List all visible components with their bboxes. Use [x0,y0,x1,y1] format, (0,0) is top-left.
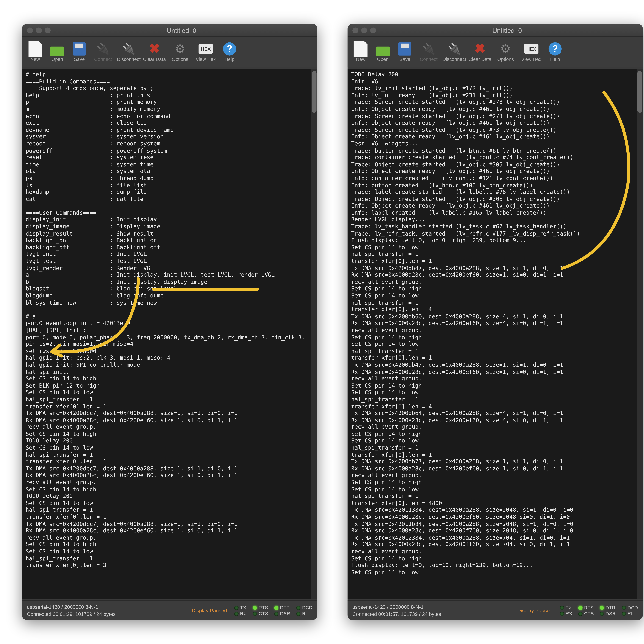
signal-leds: TX RTS DTR DCD RX CTS DSR RI [560,605,638,616]
disk-icon [398,42,411,55]
window-title: Untitled_0 [51,27,312,34]
new-button[interactable]: New [24,38,46,66]
terminal-output[interactable]: TODO Delay 200 Init LVGL... Trace: lv_in… [348,69,637,599]
connection-info: Connected 00:01:29, 101739 / 24 bytes [27,611,192,618]
zoom-icon[interactable] [370,27,376,33]
port-info: usbserial-1420 / 2000000 8-N-1 [27,603,192,611]
help-button[interactable]: Help [219,38,240,66]
clear-data-button[interactable]: Clear Data [142,38,167,66]
file-icon [354,41,368,57]
minimize-icon[interactable] [361,27,367,33]
status-text: usbserial-1420 / 2000000 8-N-1 Connected… [27,603,192,618]
plug-icon [97,42,110,55]
rts-led: RTS [253,605,268,610]
serial-terminal-window-2: Untitled_0 New Open Save Connect Disconn… [348,24,643,620]
tx-led: TX [234,605,247,610]
open-button[interactable]: Open [372,38,394,66]
toolbar: New Open Save Connect Disconnect Clear D… [22,37,317,67]
titlebar[interactable]: Untitled_0 [22,24,317,37]
view-hex-button[interactable]: HEXView Hex [519,38,544,66]
terminal-output[interactable]: # help ====Build-in Commands==== ====Sup… [22,69,311,599]
options-button[interactable]: Options [493,38,518,66]
hex-icon: HEX [199,44,213,54]
port-info: usbserial-1420 / 2000000 8-N-1 [352,603,517,611]
window-title: Untitled_0 [376,27,638,34]
question-icon [223,42,236,55]
clear-data-button[interactable]: Clear Data [467,38,492,66]
dcd-led: DCD [622,605,638,610]
gear-icon [500,42,511,56]
connection-info: Connected 00:01:57, 101739 / 24 bytes [352,611,517,618]
serial-terminal-window-1: Untitled_0 New Open Save Connect Disconn… [22,24,317,620]
scroll-thumb[interactable] [312,71,316,113]
view-hex-button[interactable]: HEXView Hex [193,38,218,66]
signal-leds: TX RTS DTR DCD RX CTS DSR RI [234,605,312,616]
cts-led: CTS [578,611,594,616]
rx-led: RX [560,611,572,616]
disconnect-button[interactable]: Disconnect [442,38,467,66]
dtr-led: DTR [274,605,290,610]
minimize-icon[interactable] [36,27,42,33]
dsr-led: DSR [274,611,290,616]
display-paused-label: Display Paused [192,608,227,613]
ri-led: RI [296,611,312,616]
x-icon [475,41,485,57]
folder-icon [376,44,390,54]
connect-button: Connect [416,38,441,66]
dcd-led: DCD [296,605,312,610]
save-button[interactable]: Save [394,38,416,66]
folder-icon [50,44,64,54]
ri-led: RI [622,611,638,616]
x-icon [149,41,160,57]
dsr-led: DSR [600,611,616,616]
connect-button: Connect [91,38,116,66]
window-controls [27,27,51,33]
plug-icon [422,42,435,55]
status-bar: usbserial-1420 / 2000000 8-N-1 Connected… [22,600,317,620]
options-button[interactable]: Options [168,38,193,66]
new-button[interactable]: New [350,38,372,66]
help-button[interactable]: Help [544,38,566,66]
gear-icon [175,42,185,56]
unplug-icon [122,42,135,55]
hex-icon: HEX [524,44,538,54]
question-icon [549,42,562,55]
rx-led: RX [234,611,247,616]
cts-led: CTS [253,611,268,616]
disconnect-button[interactable]: Disconnect [116,38,141,66]
tx-led: TX [560,605,572,610]
open-button[interactable]: Open [47,38,68,66]
scrollbar[interactable] [637,69,643,599]
window-controls [352,27,376,33]
scroll-thumb[interactable] [637,71,642,113]
dtr-led: DTR [600,605,616,610]
status-bar: usbserial-1420 / 2000000 8-N-1 Connected… [348,600,643,620]
disk-icon [73,42,86,55]
display-paused-label: Display Paused [517,608,552,613]
close-icon[interactable] [352,27,358,33]
rts-led: RTS [578,605,594,610]
titlebar[interactable]: Untitled_0 [348,24,643,37]
save-button[interactable]: Save [69,38,90,66]
unplug-icon [448,42,461,55]
scrollbar[interactable] [311,69,317,599]
file-icon [28,41,42,57]
zoom-icon[interactable] [45,27,51,33]
status-text: usbserial-1420 / 2000000 8-N-1 Connected… [352,603,517,618]
close-icon[interactable] [27,27,33,33]
toolbar: New Open Save Connect Disconnect Clear D… [348,37,643,67]
